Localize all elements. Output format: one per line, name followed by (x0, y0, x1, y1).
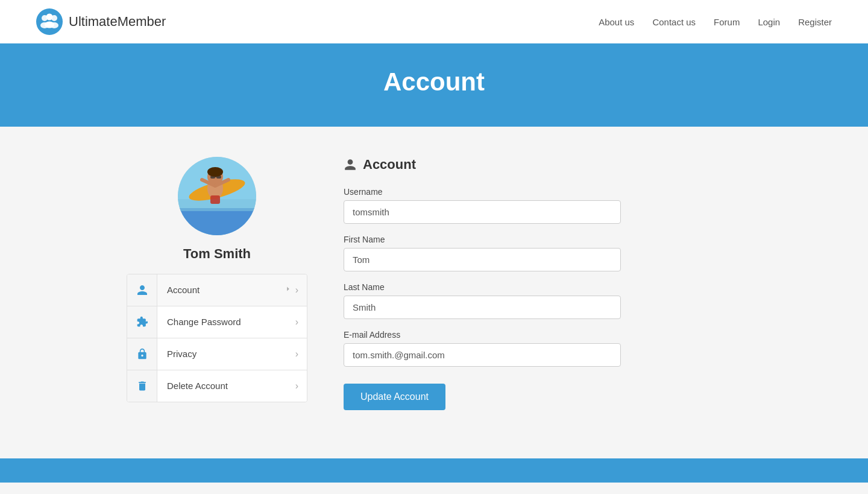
main-content: Tom Smith Account › (102, 157, 766, 410)
page-header: Account (0, 43, 868, 127)
chevron-account-icon: › (284, 285, 307, 296)
lastname-input[interactable] (344, 296, 621, 319)
sidebar-label-delete: Delete Account (157, 370, 295, 402)
avatar-image (178, 157, 256, 235)
page-footer (0, 458, 868, 483)
nav-login[interactable]: Login (758, 17, 780, 27)
sidebar-icon-password (127, 306, 157, 338)
firstname-group: First Name (344, 235, 741, 271)
firstname-label: First Name (344, 235, 741, 244)
lock-icon (136, 348, 148, 360)
brand-icon (36, 8, 63, 35)
sidebar: Tom Smith Account › (127, 157, 307, 410)
username-group: Username (344, 187, 741, 224)
email-input[interactable] (344, 343, 621, 367)
chevron-privacy-icon: › (295, 349, 307, 359)
sidebar-item-password[interactable]: Change Password › (127, 306, 307, 338)
sidebar-icon-delete (127, 370, 157, 402)
lastname-group: Last Name (344, 282, 741, 319)
sidebar-item-account[interactable]: Account › (127, 274, 307, 306)
chevron-password-icon: › (295, 317, 307, 328)
brand-name: UltimateMember (69, 14, 166, 30)
nav-contact[interactable]: Contact us (652, 17, 696, 27)
firstname-input[interactable] (344, 248, 621, 271)
user-name: Tom Smith (183, 246, 251, 262)
email-group: E-mail Address (344, 330, 741, 367)
username-label: Username (344, 187, 741, 197)
form-title: Account (344, 157, 741, 173)
lastname-label: Last Name (344, 282, 741, 292)
sidebar-item-delete[interactable]: Delete Account › (127, 370, 307, 402)
sidebar-menu: Account › Change Password › (127, 274, 307, 402)
sidebar-label-account: Account (157, 274, 284, 306)
svg-rect-8 (178, 208, 256, 235)
sidebar-item-privacy[interactable]: Privacy › (127, 338, 307, 370)
email-label: E-mail Address (344, 330, 741, 340)
nav-forum[interactable]: Forum (714, 17, 740, 27)
sidebar-icon-account (127, 274, 157, 306)
username-input[interactable] (344, 200, 621, 224)
svg-rect-18 (210, 195, 220, 204)
form-title-icon (344, 158, 357, 171)
page-title: Account (0, 68, 868, 97)
account-form: Account Username First Name Last Name E-… (344, 157, 741, 410)
nav-register[interactable]: Register (798, 17, 832, 27)
sidebar-icon-privacy (127, 338, 157, 370)
puzzle-icon (136, 316, 148, 328)
user-icon (136, 284, 148, 296)
avatar (178, 157, 256, 235)
svg-point-5 (46, 14, 53, 21)
svg-point-19 (207, 167, 223, 177)
brand-logo[interactable]: UltimateMember (36, 8, 166, 35)
nav-about[interactable]: About us (599, 17, 634, 27)
nav-links: About us Contact us Forum Login Register (599, 17, 832, 27)
sidebar-label-password: Change Password (157, 306, 295, 338)
svg-point-6 (45, 22, 54, 28)
chevron-delete-icon: › (295, 381, 307, 391)
navbar: UltimateMember About us Contact us Forum… (0, 0, 868, 43)
update-account-button[interactable]: Update Account (344, 384, 445, 410)
sidebar-label-privacy: Privacy (157, 338, 295, 370)
trash-icon (136, 380, 148, 392)
